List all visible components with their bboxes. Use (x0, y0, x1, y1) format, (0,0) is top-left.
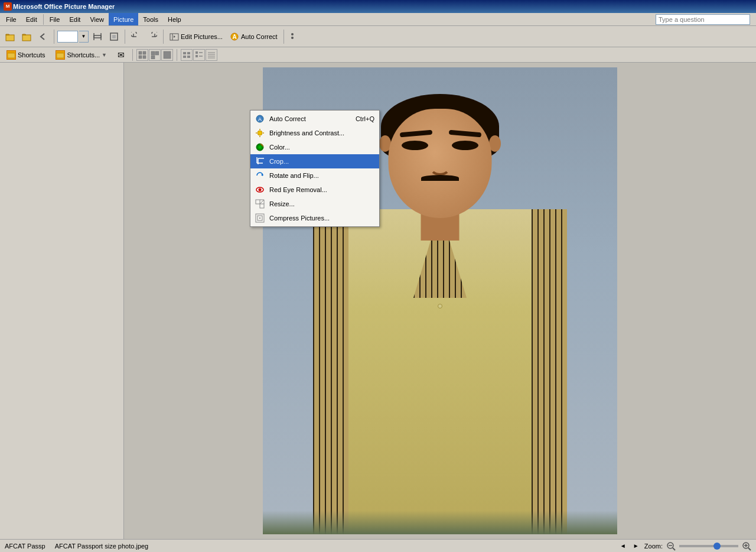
fit-window-icon (109, 32, 119, 41)
redeye-menu-label: Red Eye Removal... (269, 186, 327, 193)
details-icon (207, 51, 216, 59)
rotate-flip-icon (255, 171, 265, 180)
menu-resize[interactable]: Resize... (250, 197, 379, 211)
resize-icon (255, 199, 265, 209)
zoom-out-icon[interactable] (666, 541, 676, 551)
view-btn-thumbs-sm[interactable] (136, 49, 148, 61)
menu-compress[interactable]: Compress Pictures... (250, 211, 379, 225)
rotate-left-btn[interactable] (128, 28, 144, 45)
shortcuts-icon-2 (56, 50, 65, 60)
svg-rect-27 (195, 51, 198, 54)
toolbar-btn-2[interactable] (19, 28, 34, 45)
svg-text:A: A (258, 116, 262, 122)
menu-auto-correct[interactable]: A Auto Correct Ctrl+Q (250, 112, 379, 126)
toolbar-btn-back[interactable] (35, 28, 51, 45)
menu-brightness[interactable]: Brightness and Contrast... (250, 126, 379, 140)
help-area (656, 14, 755, 25)
shortcuts-item-2[interactable]: Shortcuts... ▼ (51, 48, 111, 61)
menu-item-view[interactable]: View (85, 13, 109, 25)
menu-item-file2[interactable]: File (45, 13, 65, 25)
svg-text:A: A (232, 34, 236, 40)
view-btn-thumbs-md[interactable] (149, 49, 161, 61)
ms-icon: M (4, 2, 12, 11)
view-btn-list-md[interactable] (193, 49, 205, 61)
svg-rect-13 (8, 53, 15, 58)
back-icon (38, 32, 48, 41)
shortcuts-item-3[interactable]: ✉ (113, 48, 129, 61)
svg-rect-49 (256, 200, 260, 204)
svg-rect-0 (6, 35, 14, 41)
fit-width-icon (93, 32, 102, 41)
auto-correct-shortcut: Ctrl+Q (356, 115, 374, 122)
nav-prev[interactable]: ◄ (618, 541, 628, 551)
status-item-2: AFCAT Passport size photo.jpeg (55, 543, 149, 550)
person-mustache (421, 175, 459, 181)
title-bar: M Microsoft Office Picture Manager (0, 0, 756, 13)
view-btn-list-sm[interactable] (181, 49, 193, 61)
menu-item-help[interactable]: Help (163, 13, 186, 25)
compress-icon (255, 213, 265, 223)
shortcuts-item-1[interactable]: Shortcuts (2, 48, 49, 61)
zoom-slider[interactable] (679, 545, 738, 547)
svg-rect-19 (151, 51, 155, 55)
svg-point-11 (291, 33, 294, 35)
color-menu-label: Color... (269, 144, 290, 151)
toolbar-extra-btn[interactable] (287, 28, 298, 45)
menu-separator (43, 14, 44, 25)
svg-rect-16 (143, 51, 146, 54)
rotate-left-icon (131, 32, 141, 41)
zoom-slider-thumb (713, 543, 721, 550)
view-btn-thumbs-lg[interactable] (161, 49, 173, 61)
zoom-control: ◄ ► Zoom: (618, 541, 751, 551)
fit-width-btn[interactable] (90, 28, 105, 45)
resize-menu-label: Resize... (269, 200, 295, 207)
edit-pictures-btn[interactable]: Edit Pictures... (167, 28, 226, 45)
menu-item-picture[interactable]: Picture (109, 13, 138, 25)
view-btn-details[interactable] (206, 49, 217, 61)
list-sm-icon (183, 51, 191, 59)
zoom-in-icon[interactable] (742, 541, 751, 551)
menu-item-file1[interactable]: File (1, 13, 21, 25)
app-title: Microsoft Office Picture Manager (13, 3, 115, 10)
menu-redeye[interactable]: Red Eye Removal... (250, 183, 379, 197)
vest-button (438, 304, 442, 309)
svg-rect-29 (195, 55, 198, 57)
menu-color[interactable]: Color... (250, 140, 379, 154)
eye-icon (255, 185, 265, 194)
help-input[interactable] (656, 14, 750, 25)
menu-crop[interactable]: Crop... (250, 154, 379, 168)
menu-item-tools[interactable]: Tools (138, 13, 163, 25)
zoom-input[interactable]: 39% (57, 31, 78, 43)
svg-rect-20 (155, 51, 159, 55)
content-area: A Auto Correct Ctrl+Q Brightness and Con… (124, 63, 756, 539)
auto-correct-btn[interactable]: A Auto Correct (227, 28, 281, 45)
fit-window-btn[interactable] (106, 28, 122, 45)
rotate-right-icon (148, 32, 157, 41)
auto-correct-label: Auto Correct (241, 33, 278, 40)
folder-sm-icon (8, 51, 15, 59)
rotate-menu-icon (255, 171, 265, 180)
left-panel (0, 63, 124, 539)
svg-point-48 (259, 189, 262, 191)
menu-rotate[interactable]: Rotate and Flip... (250, 168, 379, 183)
folder-sm-icon-2 (57, 51, 64, 59)
zoom-dropdown[interactable]: ▼ (79, 31, 89, 43)
email-icon: ✉ (118, 50, 125, 60)
menu-item-edit2[interactable]: Edit (64, 13, 85, 25)
person-body (313, 209, 567, 534)
rotate-right-btn[interactable] (145, 28, 160, 45)
menu-item-edit1[interactable]: Edit (21, 13, 42, 25)
picture-menu: A Auto Correct Ctrl+Q Brightness and Con… (250, 110, 380, 227)
auto-correct-menu-icon: A (255, 114, 265, 124)
shortcuts-label-1: Shortcuts (18, 51, 45, 59)
thumbs-md-icon (151, 51, 159, 59)
dropdown-arrow: ▼ (102, 52, 107, 58)
svg-rect-50 (260, 204, 264, 208)
nav-next[interactable]: ► (631, 541, 641, 551)
toolbar-separator-3 (163, 30, 164, 44)
compress-menu-icon (255, 213, 265, 223)
svg-rect-15 (139, 51, 142, 54)
status-bar: AFCAT Passp AFCAT Passport size photo.jp… (0, 539, 756, 552)
resize-menu-icon (255, 199, 265, 209)
toolbar-btn-1[interactable] (2, 28, 18, 45)
